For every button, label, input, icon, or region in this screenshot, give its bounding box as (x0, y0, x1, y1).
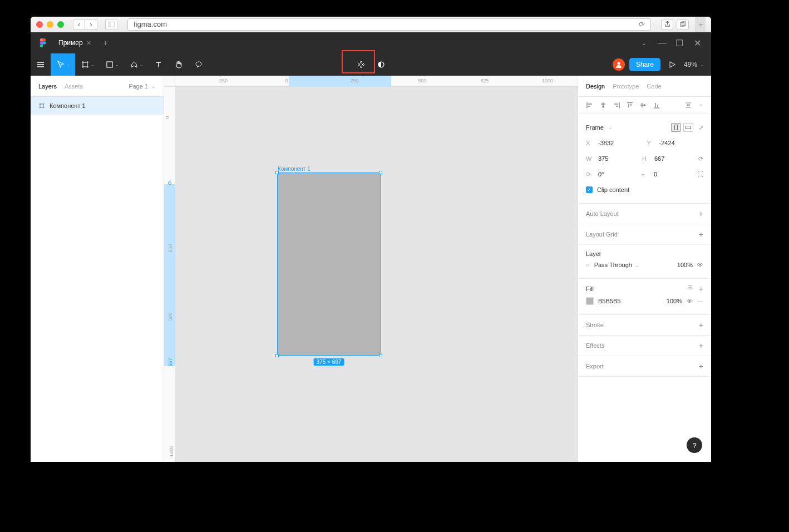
orientation-portrait[interactable] (671, 123, 681, 132)
orientation-landscape[interactable] (683, 123, 693, 132)
close-window-icon[interactable] (36, 21, 43, 28)
alignment-controls: ⌄ (578, 97, 711, 114)
tabs-icon[interactable] (677, 19, 689, 30)
effects-section-label: Effects (586, 342, 604, 349)
y-label: Y (647, 140, 655, 146)
remove-fill-button[interactable]: — (697, 298, 703, 304)
chevron-down-icon[interactable]: ⌄ (699, 101, 703, 109)
browser-titlebar: ‹ › figma.com ⟳ + (31, 17, 711, 32)
x-input[interactable]: -3832 (598, 140, 643, 146)
figma-tab-bar: Пример ✕ + ⌄ — ☐ ✕ (31, 32, 711, 53)
ruler-vertical: 0 250 500 667 1000 (164, 87, 175, 462)
align-bottom-icon[interactable] (653, 101, 660, 109)
align-top-icon[interactable] (626, 101, 634, 109)
layer-row[interactable]: Компонент 1 (31, 97, 164, 115)
independent-corners-icon[interactable]: ⛶ (697, 171, 703, 178)
w-label: W (586, 155, 594, 162)
layers-panel: Layers Assets Page 1⌄ Компонент 1 (31, 76, 164, 462)
chevron-down-icon[interactable]: ⌄ (640, 40, 648, 46)
chevron-down-icon: ⌄ (635, 263, 639, 268)
zoom-menu[interactable]: 49%⌄ (684, 61, 704, 68)
align-vcenter-icon[interactable] (639, 101, 647, 109)
design-tab[interactable]: Design (586, 83, 605, 90)
page-selector[interactable]: Page 1⌄ (129, 83, 156, 90)
mask-button[interactable] (371, 53, 391, 76)
frame-tool[interactable]: ⌄ (75, 53, 100, 76)
url-bar[interactable]: figma.com ⟳ (127, 18, 651, 31)
align-left-icon[interactable] (586, 101, 594, 109)
blend-mode-icon: ○ (586, 262, 590, 268)
traffic-lights (36, 21, 64, 28)
assets-tab[interactable]: Assets (65, 83, 83, 90)
visibility-icon[interactable]: 👁 (697, 262, 703, 268)
minimize-icon[interactable]: — (658, 38, 665, 48)
add-fill-button[interactable]: + (699, 284, 703, 293)
resize-handle-nw[interactable] (275, 171, 279, 174)
new-tab-button[interactable]: + (696, 17, 706, 32)
forward-button[interactable]: › (85, 19, 97, 30)
user-avatar[interactable] (613, 58, 625, 71)
back-button[interactable]: ‹ (73, 19, 85, 30)
maximize-icon[interactable]: ☐ (675, 38, 683, 48)
shape-tool[interactable]: ⌄ (100, 53, 124, 76)
help-button[interactable]: ? (687, 437, 702, 453)
add-tab-button[interactable]: + (99, 36, 112, 50)
figma-logo-icon[interactable] (38, 38, 47, 47)
corner-input[interactable]: 0 (654, 171, 693, 178)
rotation-input[interactable]: 0° (598, 171, 637, 178)
share-icon[interactable] (661, 19, 673, 30)
fill-visibility-icon[interactable]: 👁 (687, 298, 693, 304)
resize-to-fit-icon[interactable]: ⤢ (699, 125, 703, 131)
clip-content-checkbox[interactable]: ✓ (586, 186, 593, 193)
present-button[interactable] (665, 53, 679, 76)
create-component-button[interactable] (351, 53, 371, 76)
reload-icon[interactable]: ⟳ (639, 20, 645, 28)
share-button[interactable]: Share (629, 58, 660, 71)
h-input[interactable]: 667 (654, 155, 694, 162)
layers-tab[interactable]: Layers (38, 83, 57, 90)
blend-mode-select[interactable]: Pass Through ⌄ (594, 262, 673, 268)
file-tab[interactable]: Пример ✕ (53, 36, 97, 50)
layer-section-label: Layer (586, 250, 601, 257)
resize-handle-ne[interactable] (379, 171, 382, 174)
menu-button[interactable] (31, 53, 51, 76)
close-icon[interactable]: ✕ (693, 38, 701, 48)
layer-opacity-input[interactable]: 100% (677, 262, 693, 268)
url-text: figma.com (134, 20, 167, 28)
fill-swatch[interactable] (586, 297, 594, 305)
constrain-proportions-icon[interactable]: ⟳ (698, 155, 703, 162)
fill-hex-input[interactable]: B5B5B5 (598, 298, 662, 304)
page-label: Page 1 (129, 83, 148, 90)
distribute-icon[interactable] (684, 101, 692, 109)
style-icon[interactable]: ⠿ (688, 284, 692, 293)
selected-frame[interactable]: Компонент 1 (278, 173, 380, 355)
align-right-icon[interactable] (613, 101, 620, 109)
frame-preset-selector[interactable]: Frame⌄ (586, 124, 613, 131)
layout-grid-label: Layout Grid (586, 231, 618, 238)
hand-tool[interactable] (169, 53, 189, 76)
resize-handle-se[interactable] (379, 354, 382, 357)
add-stroke-button[interactable]: + (699, 321, 703, 329)
align-hcenter-icon[interactable] (599, 101, 607, 109)
fill-opacity-input[interactable]: 100% (667, 298, 682, 304)
clip-content-label: Clip content (597, 186, 629, 193)
add-effect-button[interactable]: + (699, 341, 703, 350)
resize-handle-sw[interactable] (275, 354, 279, 357)
text-tool[interactable] (149, 53, 169, 76)
code-tab[interactable]: Code (647, 83, 661, 90)
prototype-tab[interactable]: Prototype (613, 83, 639, 90)
pen-tool[interactable]: ⌄ (124, 53, 149, 76)
add-layout-grid-button[interactable]: + (699, 230, 703, 239)
y-input[interactable]: -2424 (659, 140, 704, 146)
move-tool[interactable]: ⌄ (51, 53, 75, 76)
chevron-down-icon: ⌄ (151, 83, 156, 89)
add-auto-layout-button[interactable]: + (699, 209, 703, 218)
close-tab-icon[interactable]: ✕ (86, 40, 91, 47)
add-export-button[interactable]: + (699, 362, 703, 371)
minimize-window-icon[interactable] (47, 21, 53, 28)
comment-tool[interactable] (189, 53, 209, 76)
w-input[interactable]: 375 (598, 155, 638, 162)
canvas[interactable]: -250 0 250 500 825 1000 0 250 500 667 10… (164, 76, 578, 462)
maximize-window-icon[interactable] (57, 21, 64, 28)
sidebar-toggle-icon[interactable] (105, 19, 117, 30)
